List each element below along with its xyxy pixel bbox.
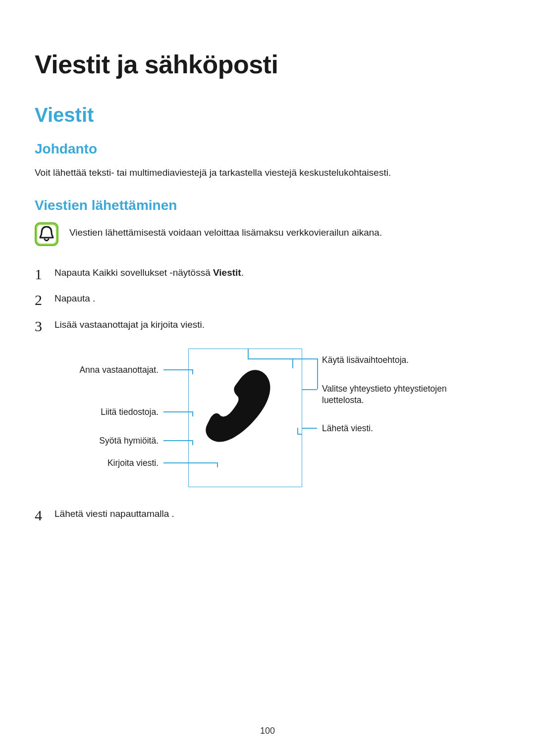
page-title: Viestit ja sähköposti	[35, 50, 500, 79]
step-1-pre: Napauta Kaikki sovellukset -näytössä	[54, 267, 213, 278]
label-select-contact: Valitse yhteystieto yhteystietojen luett…	[322, 383, 451, 406]
step-1-post: .	[241, 267, 244, 278]
compose-diagram: Anna vastaanottajat. Liitä tiedostoja. S…	[64, 344, 451, 497]
label-more-options: Käytä lisävaihtoehtoja.	[322, 354, 446, 366]
section-heading: Viestit	[35, 104, 500, 126]
label-recipients: Anna vastaanottajat.	[74, 364, 159, 376]
steps-list: Napauta Kaikki sovellukset -näytössä Vie…	[35, 266, 500, 332]
step-1-bold: Viestit	[213, 267, 241, 278]
step-4: Lähetä viesti napauttamalla .	[35, 507, 500, 521]
label-send: Lähetä viesti.	[322, 423, 446, 434]
sending-heading: Viestien lähettäminen	[35, 198, 500, 213]
step-1: Napauta Kaikki sovellukset -näytössä Vie…	[35, 266, 500, 280]
steps-list-cont: Lähetä viesti napauttamalla .	[35, 507, 500, 521]
phone-handset-icon	[206, 366, 285, 445]
step-3: Lisää vastaanottajat ja kirjoita viesti.	[35, 318, 500, 332]
label-write: Kirjoita viesti.	[74, 457, 159, 469]
note-text: Viestien lähettämisestä voidaan veloitta…	[69, 222, 382, 238]
note-callout: Viestien lähettämisestä voidaan veloitta…	[35, 222, 500, 246]
intro-text: Voit lähettää teksti- tai multimediavies…	[35, 166, 500, 180]
page-number: 100	[0, 726, 535, 736]
bell-icon	[35, 222, 58, 246]
label-emoji: Syötä hymiöitä.	[74, 435, 159, 447]
intro-heading: Johdanto	[35, 141, 500, 157]
label-attach: Liitä tiedostoja.	[74, 406, 159, 418]
step-2: Napauta .	[35, 292, 500, 306]
